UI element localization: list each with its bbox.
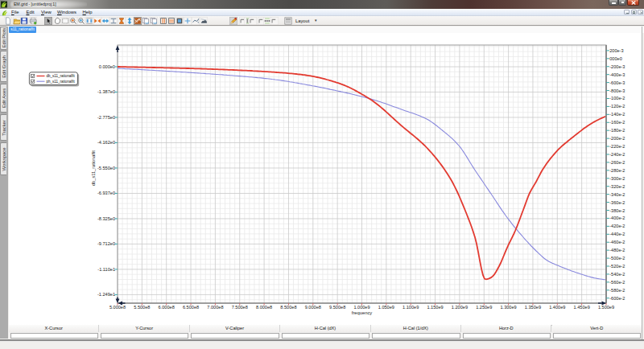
svg-text:-600e-3: -600e-3 xyxy=(609,80,625,85)
svg-text:-1.110e1: -1.110e1 xyxy=(97,267,115,272)
svg-text:-1.249e1: -1.249e1 xyxy=(97,292,115,297)
svg-text:-140e-2: -140e-2 xyxy=(609,112,625,117)
svg-text:1.050e9: 1.050e9 xyxy=(378,305,394,310)
svg-text:1.000e9: 1.000e9 xyxy=(353,305,369,310)
svg-text:-200e-3: -200e-3 xyxy=(609,64,625,69)
svg-text:-2.775e0: -2.775e0 xyxy=(97,115,115,120)
svg-text:-580e-2: -580e-2 xyxy=(609,288,625,293)
svg-text:frequency: frequency xyxy=(352,310,373,315)
svg-text:6.500e8: 6.500e8 xyxy=(183,305,199,310)
svg-text:-200e-2: -200e-2 xyxy=(609,136,625,141)
svg-text:-8.325e0: -8.325e0 xyxy=(97,216,115,221)
svg-text:-220e-2: -220e-2 xyxy=(609,144,625,149)
svg-text:-800e-3: -800e-3 xyxy=(609,88,625,93)
svg-text:db_s11_rationalfit: db_s11_rationalfit xyxy=(91,150,96,186)
svg-text:1.400e9: 1.400e9 xyxy=(549,305,565,310)
svg-text:-240e-2: -240e-2 xyxy=(609,152,625,157)
svg-text:-280e-2: -280e-2 xyxy=(609,168,625,173)
svg-text:-480e-2: -480e-2 xyxy=(609,248,625,253)
svg-text:-400e-3: -400e-3 xyxy=(609,72,625,77)
svg-text:-500e-2: -500e-2 xyxy=(609,256,625,261)
svg-text:1.100e9: 1.100e9 xyxy=(402,305,419,310)
svg-text:-300e-2: -300e-2 xyxy=(609,176,625,181)
svg-text:-600e-2: -600e-2 xyxy=(609,296,625,301)
svg-text:-9.712e0: -9.712e0 xyxy=(97,241,115,246)
svg-text:-420e-2: -420e-2 xyxy=(609,224,625,228)
svg-text:-560e-2: -560e-2 xyxy=(609,280,625,285)
svg-text:1.450e9: 1.450e9 xyxy=(574,305,590,310)
svg-text:db_s11_rationalfit: db_s11_rationalfit xyxy=(47,74,76,78)
svg-text:5.000e8: 5.000e8 xyxy=(109,305,126,310)
svg-text:ph_s11_rationalfit: ph_s11_rationalfit xyxy=(47,80,76,84)
svg-text:6.000e8: 6.000e8 xyxy=(159,305,175,310)
svg-text:-180e-2: -180e-2 xyxy=(609,128,625,133)
svg-text:000e0: 000e0 xyxy=(609,56,622,61)
svg-text:1.350e9: 1.350e9 xyxy=(525,305,541,310)
svg-text:8.500e8: 8.500e8 xyxy=(280,305,296,310)
svg-text:-6.937e0: -6.937e0 xyxy=(97,191,115,195)
svg-text:9.500e8: 9.500e8 xyxy=(329,305,345,310)
svg-text:1.300e9: 1.300e9 xyxy=(500,305,516,310)
svg-text:200e-3: 200e-3 xyxy=(609,48,623,53)
svg-text:-5.550e0: -5.550e0 xyxy=(97,166,115,170)
svg-text:-4.162e0: -4.162e0 xyxy=(97,140,115,145)
svg-text:-440e-2: -440e-2 xyxy=(609,232,625,236)
svg-text:0.000e0: 0.000e0 xyxy=(99,64,115,69)
svg-text:1.150e9: 1.150e9 xyxy=(427,305,443,310)
svg-text:-160e-2: -160e-2 xyxy=(609,120,625,125)
svg-text:-1.387e0: -1.387e0 xyxy=(97,89,115,94)
svg-text:-120e-2: -120e-2 xyxy=(609,104,625,109)
svg-text:-100e-2: -100e-2 xyxy=(609,96,625,101)
svg-text:-340e-2: -340e-2 xyxy=(609,192,625,197)
svg-text:-540e-2: -540e-2 xyxy=(609,272,625,277)
svg-text:8.000e8: 8.000e8 xyxy=(256,305,272,310)
svg-text:-520e-2: -520e-2 xyxy=(609,264,625,269)
svg-text:-260e-2: -260e-2 xyxy=(609,160,625,165)
svg-text:5.500e8: 5.500e8 xyxy=(134,305,150,310)
svg-text:1.200e9: 1.200e9 xyxy=(452,305,468,310)
svg-text:-400e-2: -400e-2 xyxy=(609,216,625,220)
svg-text:1.250e9: 1.250e9 xyxy=(476,305,492,310)
svg-text:7.500e8: 7.500e8 xyxy=(232,305,248,310)
svg-text:1.500e9: 1.500e9 xyxy=(598,305,614,310)
svg-text:-360e-2: -360e-2 xyxy=(609,200,625,205)
svg-text:-460e-2: -460e-2 xyxy=(609,240,625,244)
svg-text:-320e-2: -320e-2 xyxy=(609,184,625,189)
svg-text:7.000e8: 7.000e8 xyxy=(207,305,223,310)
svg-text:9.000e8: 9.000e8 xyxy=(305,305,321,310)
svg-text:-380e-2: -380e-2 xyxy=(609,208,625,213)
